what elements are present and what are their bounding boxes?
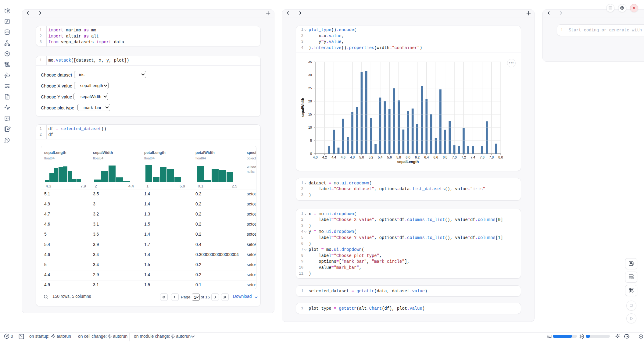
svg-text:5.6: 5.6 [387, 155, 392, 159]
svg-text:10: 10 [308, 126, 312, 129]
svg-text:7.8: 7.8 [489, 155, 494, 159]
svg-text:7.2: 7.2 [461, 155, 466, 159]
svg-text:5.4: 5.4 [378, 155, 382, 159]
svg-text:sepalWidth: sepalWidth [301, 98, 305, 117]
svg-text:25: 25 [308, 86, 312, 90]
svg-text:5.0: 5.0 [359, 155, 364, 159]
svg-text:4.6: 4.6 [341, 155, 345, 159]
svg-text:5: 5 [310, 139, 312, 142]
svg-text:4.2: 4.2 [322, 155, 327, 159]
svg-text:sepalLength: sepalLength [397, 160, 419, 164]
svg-text:6.8: 6.8 [443, 155, 447, 159]
svg-text:35: 35 [308, 60, 312, 64]
svg-text:15: 15 [308, 112, 312, 116]
svg-text:7.6: 7.6 [480, 155, 485, 159]
svg-text:4.0: 4.0 [313, 155, 317, 159]
svg-text:6.6: 6.6 [434, 155, 438, 159]
svg-text:4.4: 4.4 [331, 155, 336, 159]
svg-text:6.2: 6.2 [415, 155, 420, 159]
svg-text:4.8: 4.8 [350, 155, 355, 159]
svg-text:7.0: 7.0 [452, 155, 456, 159]
svg-text:20: 20 [308, 99, 312, 103]
svg-text:6.0: 6.0 [406, 155, 410, 159]
svg-text:6.4: 6.4 [424, 155, 429, 159]
svg-text:0: 0 [310, 152, 312, 155]
svg-text:5.8: 5.8 [396, 155, 401, 159]
svg-text:5.2: 5.2 [369, 155, 373, 159]
svg-text:7.4: 7.4 [470, 155, 475, 159]
svg-text:8.0: 8.0 [498, 155, 503, 159]
svg-text:30: 30 [308, 73, 312, 77]
